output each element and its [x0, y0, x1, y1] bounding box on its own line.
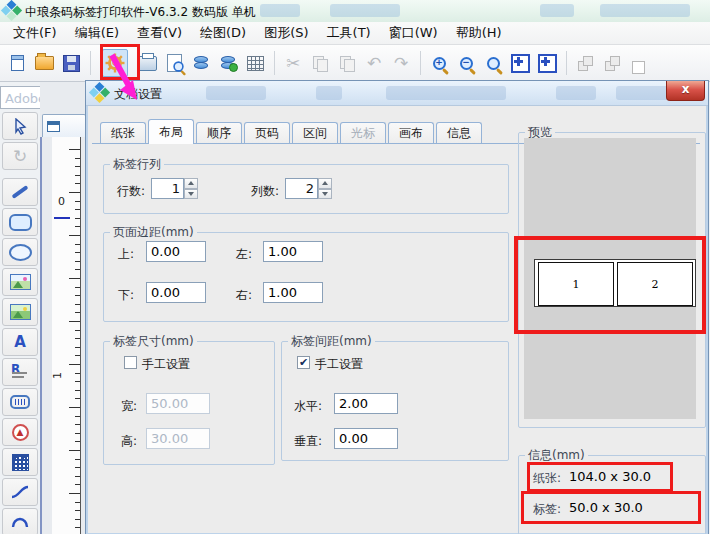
- cut-button[interactable]: ✂: [280, 49, 306, 77]
- rotate-icon: ↻: [13, 148, 27, 165]
- menu-shape[interactable]: 图形(S): [255, 22, 317, 44]
- database-connect-button[interactable]: [215, 49, 241, 77]
- tab-info[interactable]: 信息: [436, 122, 482, 144]
- label-height-label: 高:: [121, 433, 137, 450]
- label-size-manual-checkbox[interactable]: [124, 356, 137, 369]
- document-setup-button[interactable]: [102, 49, 128, 77]
- rich-text-tool-button[interactable]: R: [2, 358, 38, 386]
- margin-bottom-input[interactable]: 0.00: [146, 282, 206, 303]
- save-button[interactable]: [58, 49, 84, 77]
- line-tool-button[interactable]: [2, 178, 38, 206]
- tool-palette: ↻ A R ▲: [2, 112, 40, 534]
- print-button[interactable]: [134, 49, 160, 77]
- copy-button[interactable]: [307, 49, 333, 77]
- gap-vertical-input[interactable]: 0.00: [334, 428, 398, 449]
- menu-tools[interactable]: 工具(T): [318, 22, 380, 44]
- dialog-titlebar[interactable]: 文档设置 x: [86, 81, 708, 106]
- label-gap-manual-checkbox[interactable]: ✔: [297, 356, 310, 369]
- curve-icon: [10, 485, 30, 499]
- picture-tool-button[interactable]: [2, 298, 38, 326]
- preview-paper: 1 2: [534, 259, 696, 307]
- group-rows-cols-legend: 标签行列: [110, 156, 164, 173]
- open-button[interactable]: [31, 49, 57, 77]
- tab-order[interactable]: 顺序: [196, 122, 242, 144]
- rounded-rect-tool-button[interactable]: [2, 208, 38, 236]
- margin-top-input[interactable]: 0.00: [146, 241, 206, 262]
- fit-selection-button[interactable]: [534, 49, 560, 77]
- ruler-mark-1: 1: [51, 372, 64, 379]
- rotate-tool-button[interactable]: ↻: [2, 142, 38, 170]
- triangle-shape-icon: ▲: [12, 424, 29, 441]
- spin-down-icon[interactable]: [184, 189, 198, 200]
- menu-help[interactable]: 帮助(H): [447, 22, 511, 44]
- spin-down-icon[interactable]: [318, 189, 332, 200]
- cols-input[interactable]: 2: [285, 178, 318, 199]
- tab-cursor: 光标: [340, 122, 386, 144]
- tab-interval[interactable]: 区间: [292, 122, 338, 144]
- undo-button[interactable]: ↶: [361, 49, 387, 77]
- arc-icon: [10, 516, 30, 528]
- menu-window[interactable]: 窗口(W): [380, 22, 447, 44]
- zoom-icon: [487, 57, 500, 70]
- tab-page-number[interactable]: 页码: [244, 122, 290, 144]
- redo-button[interactable]: ↷: [388, 49, 414, 77]
- document-icon: [47, 121, 60, 132]
- fit-window-button[interactable]: [507, 49, 533, 77]
- select-area-button[interactable]: [626, 49, 652, 77]
- grid-toggle-button[interactable]: [242, 49, 268, 77]
- rows-input[interactable]: 1: [151, 178, 184, 199]
- dialog-title: 文档设置: [114, 86, 162, 103]
- group-label-size-legend: 标签尺寸(mm): [110, 333, 197, 350]
- zoom-button[interactable]: [480, 49, 506, 77]
- cols-spinner[interactable]: 2: [285, 178, 332, 199]
- cols-spin-buttons[interactable]: [318, 178, 332, 199]
- rows-spinner[interactable]: 1: [151, 178, 198, 199]
- menu-draw[interactable]: 绘图(D): [191, 22, 255, 44]
- label-gap-manual-label: 手工设置: [315, 356, 363, 373]
- tab-layout[interactable]: 布局: [148, 119, 194, 144]
- ungroup-icon: [605, 56, 620, 71]
- ungroup-button[interactable]: [599, 49, 625, 77]
- barcode-tool-button[interactable]: [2, 388, 38, 416]
- group-button[interactable]: [572, 49, 598, 77]
- print-icon: [138, 56, 157, 71]
- tab-canvas[interactable]: 画布: [388, 122, 434, 144]
- line-icon: [11, 185, 28, 199]
- spin-up-icon[interactable]: [318, 178, 332, 189]
- dialog-close-button[interactable]: x: [666, 81, 705, 101]
- menu-view[interactable]: 查看(V): [128, 22, 191, 44]
- print-preview-button[interactable]: [161, 49, 187, 77]
- database-button[interactable]: [188, 49, 214, 77]
- zoom-out-button[interactable]: −: [453, 49, 479, 77]
- picture-icon: [10, 304, 31, 320]
- database-ok-icon: [221, 56, 235, 70]
- gap-horizontal-input[interactable]: 2.00: [334, 393, 398, 414]
- text-tool-button[interactable]: A: [2, 328, 38, 356]
- spin-up-icon[interactable]: [184, 178, 198, 189]
- ellipse-tool-button[interactable]: [2, 238, 38, 266]
- tab-paper[interactable]: 纸张: [100, 122, 146, 144]
- zoom-in-button[interactable]: +: [426, 49, 452, 77]
- shape-tool-button[interactable]: ▲: [2, 418, 38, 446]
- document-tab[interactable]: [42, 114, 86, 137]
- qrcode-tool-button[interactable]: [2, 448, 38, 476]
- cols-label: 列数:: [251, 183, 279, 200]
- print-preview-icon: [167, 54, 182, 72]
- window-titlebar[interactable]: 中琅条码标签打印软件-V6.3.2 数码版 单机: [0, 0, 710, 23]
- margin-left-input[interactable]: 1.00: [263, 241, 323, 262]
- main-toolbar: ✂ ↶ ↷ + −: [0, 45, 710, 82]
- group-info: 信息(mm): [518, 447, 706, 534]
- group-info-legend: 信息(mm): [525, 447, 588, 464]
- toolbar-separator: [420, 51, 421, 75]
- arc-tool-button[interactable]: [2, 508, 38, 534]
- menu-edit[interactable]: 编辑(E): [66, 22, 128, 44]
- rows-spin-buttons[interactable]: [184, 178, 198, 199]
- paste-button[interactable]: [334, 49, 360, 77]
- new-document-button[interactable]: [4, 49, 30, 77]
- margin-right-input[interactable]: 1.00: [263, 282, 323, 303]
- curve-tool-button[interactable]: [2, 478, 38, 506]
- menu-file[interactable]: 文件(F): [4, 22, 66, 44]
- select-tool-button[interactable]: [2, 112, 38, 140]
- info-label-value: 50.0 x 30.0: [569, 500, 643, 515]
- image-tool-button[interactable]: [2, 268, 38, 296]
